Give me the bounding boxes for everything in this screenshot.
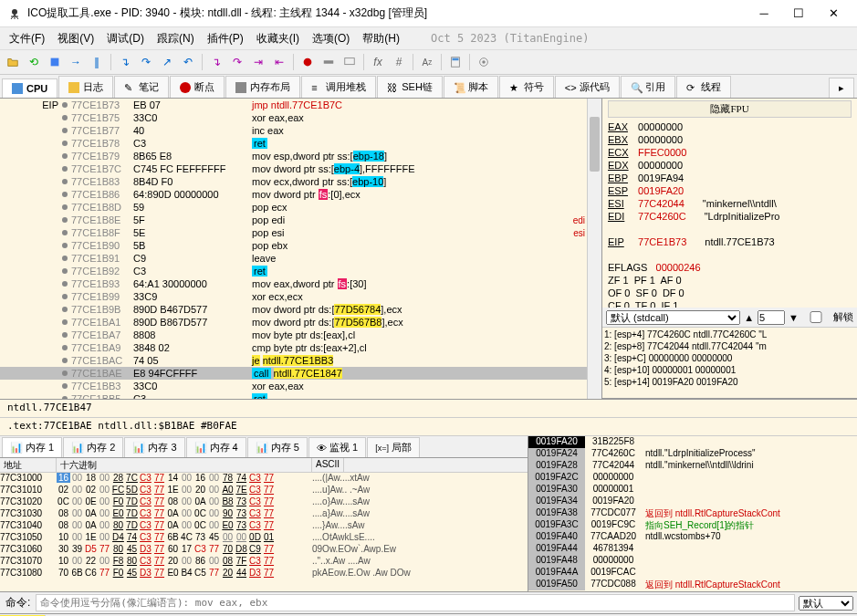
disasm-row[interactable]: 77CE1BAEE8 94FCFFFFcall ntdll.77CE1847 [0, 367, 587, 380]
hide-fpu-button[interactable]: 隐藏FPU [608, 100, 852, 118]
menu-plugins[interactable]: 插件(P) [202, 29, 249, 48]
reg-edx[interactable]: EDX 00000000 [608, 160, 852, 172]
dump-row[interactable]: 77C31080706BC677F045D377E0B4C5772044D377… [0, 568, 528, 579]
stack-args-pane[interactable]: 1: [esp+4] 77C4260C ntdll.77C4260C "L2: … [602, 328, 857, 399]
locals-tab[interactable]: [x=]局部 [367, 437, 420, 457]
stack-row[interactable]: 0019FA4A0019FCAC [528, 567, 857, 579]
disasm-row[interactable]: 77CE1BA78808mov byte ptr ds:[eax],cl [0, 329, 587, 341]
stack-arg-row[interactable]: 4: [esp+10] 00000001 00000001 [604, 365, 855, 377]
stack-arg-row[interactable]: 3: [esp+C] 00000000 00000000 [604, 353, 855, 365]
comment-icon[interactable] [340, 53, 359, 71]
reg-esi[interactable]: ESI 77C42044"minkernel\\ntdll\ [608, 198, 852, 211]
trace-over-icon[interactable]: ↷ [228, 53, 246, 71]
command-mode-select[interactable]: 默认 [799, 596, 853, 611]
disasm-row[interactable]: 77CE1BB333C0xor eax,eax [0, 380, 587, 392]
disasm-row[interactable]: 77CE1B7CC745 FC FEFFFFFFmov dword ptr ss… [0, 162, 587, 175]
dump-row[interactable]: 77C3101002000200FC5DC3771E002000A07EC377… [0, 485, 528, 496]
disasm-row[interactable]: 77CE1BA93848 02cmp byte ptr ds:[eax+2],c… [0, 341, 587, 354]
menu-help[interactable]: 帮助(H) [357, 29, 405, 48]
minimize-button[interactable]: ─ [747, 1, 780, 26]
disassembly-pane[interactable]: EIP77CE1B73EB 07jmp ntdll.77CE1B7C77CE1B… [0, 99, 601, 399]
dump-tab-1[interactable]: 📊内存 1 [2, 437, 62, 457]
arg-count-input[interactable] [758, 310, 785, 325]
disasm-row[interactable]: 77CE1B91C9leave [0, 252, 587, 265]
dump-tab-3[interactable]: 📊内存 3 [124, 437, 184, 457]
stack-row[interactable]: 0019FA3000000001 [528, 484, 857, 496]
watch-tab[interactable]: 👁监视 1 [308, 437, 366, 457]
disasm-row[interactable]: 77CE1BAC74 05je ntdll.77CE1BB3 [0, 354, 587, 367]
step-over-icon[interactable]: ↷ [137, 53, 155, 71]
disasm-row[interactable]: 77CE1B7533C0xor eax,eax [0, 111, 587, 124]
run-until-icon[interactable]: ⇤ [270, 53, 288, 71]
menu-favorites[interactable]: 收藏夹(I) [251, 29, 305, 48]
disasm-row[interactable]: 77CE1B8D59pop ecx [0, 201, 587, 214]
run-to-icon[interactable]: ⇥ [249, 53, 267, 71]
dump-row[interactable]: 77C3100016001800287CC377140016007874C377… [0, 473, 528, 485]
disasm-row[interactable]: 77CE1B838B4D F0mov ecx,dword ptr ss:[ebp… [0, 175, 587, 188]
stack-row[interactable]: 0019FA2031B225F8 [528, 436, 857, 448]
disasm-scrollbar[interactable] [587, 99, 601, 399]
disasm-row[interactable]: 77CE1B92C3ret [0, 265, 587, 277]
tab-memory-map[interactable]: 内存布局 [225, 76, 300, 98]
stack-row[interactable]: 0019FA5077CDC088返回到 ntdll.RtlCaptureStac… [528, 579, 857, 590]
disasm-row[interactable]: 77CE1B78C3ret [0, 137, 587, 150]
open-icon[interactable] [4, 53, 22, 71]
disasm-row[interactable]: 77CE1B905Bpop ebx [0, 239, 587, 252]
disasm-row[interactable]: 77CE1BA1890D B867D577mov dword ptr ds:[7… [0, 316, 587, 329]
tab-callstack[interactable]: ≡调用堆栈 [301, 76, 376, 98]
reg-ecx[interactable]: ECX FFEC0000 [608, 147, 852, 160]
function-icon[interactable]: fx [369, 53, 387, 71]
stack-row[interactable]: 0019FA4077CAAD20ntdll.wcstombs+70 [528, 531, 857, 543]
reg-ebx[interactable]: EBX 00000000 [608, 134, 852, 147]
step-out-icon[interactable]: ↗ [158, 53, 176, 71]
dump-row[interactable]: 77C310200C000E00F07DC37708000A00B873C377… [0, 496, 528, 508]
stack-row[interactable]: 0019FA4800000000 [528, 555, 857, 567]
dump-body[interactable]: 地址 十六进制 ASCII 77C3100016001800287CC37714… [0, 458, 528, 591]
reg-edi[interactable]: EDI 77C4260C"LdrpInitializePro [608, 211, 852, 224]
trace-into-icon[interactable]: ↴ [207, 53, 225, 71]
disasm-row[interactable]: 77CE1B8F5Epop esiesi [0, 226, 587, 239]
dump-tab-2[interactable]: 📊内存 2 [63, 437, 123, 457]
unlock-checkbox[interactable] [802, 311, 830, 323]
step-into-icon[interactable]: ↴ [116, 53, 134, 71]
patch-icon[interactable] [319, 53, 338, 71]
reg-ebp[interactable]: EBP 0019FA94 [608, 172, 852, 185]
menu-options[interactable]: 选项(O) [307, 29, 355, 48]
reg-esp[interactable]: ESP 0019FA20 [608, 185, 852, 198]
disasm-row[interactable]: 77CE1B9933C9xor ecx,ecx [0, 290, 587, 303]
tab-cpu[interactable]: CPU [2, 78, 57, 98]
pause-icon[interactable]: ‖ [88, 53, 106, 71]
disasm-row[interactable]: 77CE1B798B65 E8mov esp,dword ptr ss:[ebp… [0, 150, 587, 162]
dump-row[interactable]: 77C3107010002200F880C37720008600087FC377… [0, 556, 528, 568]
dump-tab-4[interactable]: 📊内存 4 [186, 437, 246, 457]
maximize-button[interactable]: ☐ [782, 1, 815, 26]
menu-debug[interactable]: 调试(D) [101, 29, 150, 48]
dump-row[interactable]: 77C3105010001E00D474C3776B4C734500000D01… [0, 532, 528, 544]
disasm-row[interactable]: 77CE1BB5C3ret [0, 392, 587, 399]
stack-row[interactable]: 0019FA340019FA20 [528, 496, 857, 507]
stop-icon[interactable] [46, 53, 64, 71]
tab-seh[interactable]: ⛓SEH链 [377, 76, 443, 98]
menu-file[interactable]: 文件(F) [4, 29, 50, 48]
tab-symbols[interactable]: ★符号 [499, 76, 554, 98]
stack-arg-row[interactable]: 2: [esp+8] 77C42044 ntdll.77C42044 "m [604, 341, 855, 353]
stack-row[interactable]: 0019FA2C00000000 [528, 472, 857, 484]
scylla-icon[interactable] [298, 53, 317, 71]
run-icon[interactable]: → [67, 53, 85, 71]
dump-row[interactable]: 77C3103008000A00E07DC3770A000C009073C377… [0, 508, 528, 520]
tab-breakpoints[interactable]: 断点 [170, 76, 225, 98]
disasm-row[interactable]: 77CE1B7740inc eax [0, 124, 587, 137]
stack-row[interactable]: 0019FA2877C42044ntdll."minkernel\\ntdll\… [528, 460, 857, 472]
command-input[interactable] [36, 594, 795, 611]
tab-references[interactable]: 🔍引用 [621, 76, 675, 98]
tab-source[interactable]: <>源代码 [555, 76, 620, 98]
dump-row[interactable]: 77C3104008000A00807DC3770A000C00E073C377… [0, 520, 528, 532]
stack-row[interactable]: 0019FA3877CDC077返回到 ntdll.RtlCaptureStac… [528, 507, 857, 519]
stack-body[interactable]: 0019FA2031B225F80019FA2477C4260Cntdll."L… [528, 436, 857, 591]
call-convention-select[interactable]: 默认 (stdcall) [606, 310, 740, 325]
restart-icon[interactable]: ⟲ [25, 53, 43, 71]
reg-eax[interactable]: EAX 00000000 [608, 121, 852, 134]
stack-row[interactable]: 0019FA4446781394 [528, 543, 857, 555]
tab-log[interactable]: 日志 [58, 76, 113, 98]
tab-notes[interactable]: ✎笔记 [114, 76, 169, 98]
